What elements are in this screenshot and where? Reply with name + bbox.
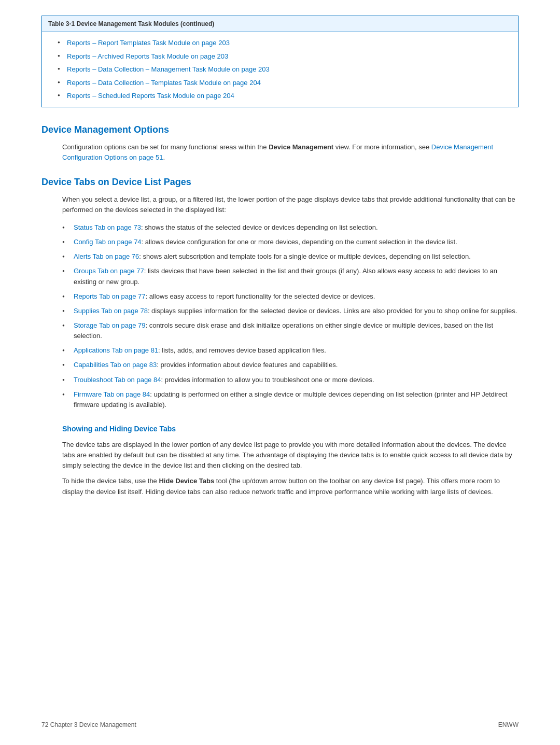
table-list-item: Reports – Data Collection – Management T… (58, 63, 512, 76)
para2-start: To hide the device tabs, use the (62, 477, 159, 485)
para-period: . (163, 153, 165, 161)
showing-hiding-title: Showing and Hiding Device Tabs (62, 424, 519, 434)
table-list: Reports – Report Templates Task Module o… (58, 36, 512, 103)
device-tabs-list: Status Tab on page 73: shows the status … (62, 220, 519, 412)
list-item-text: : allows easy access to report functiona… (146, 292, 375, 300)
list-item: Alerts Tab on page 76: shows alert subsc… (62, 249, 519, 264)
para-text-end: view. For more information, see (333, 143, 431, 151)
table-list-link[interactable]: Reports – Data Collection – Management T… (67, 65, 270, 73)
list-item-link[interactable]: Capabilities Tab on page 83 (74, 361, 157, 369)
list-item-text: : provides information about device feat… (157, 361, 338, 369)
table-body: Reports – Report Templates Task Module o… (42, 32, 518, 107)
page-footer: 72 Chapter 3 Device Management ENWW (0, 720, 560, 729)
table-title: Table 3-1 Device Management Task Modules… (48, 20, 214, 27)
device-management-bold: Device Management (269, 143, 333, 151)
list-item: Troubleshoot Tab on page 84: provides in… (62, 373, 519, 387)
device-management-options-para: Configuration options can be set for man… (62, 142, 519, 163)
para-text-start: Configuration options can be set for man… (62, 143, 269, 151)
footer-left: 72 Chapter 3 Device Management (41, 720, 136, 729)
list-item-link[interactable]: Config Tab on page 74 (74, 238, 142, 246)
list-item-link[interactable]: Applications Tab on page 81 (74, 346, 158, 354)
table-header: Table 3-1 Device Management Task Modules… (42, 16, 518, 32)
table-section: Table 3-1 Device Management Task Modules… (41, 16, 519, 107)
para2-bold: Hide Device Tabs (159, 477, 214, 485)
device-management-options-content: Configuration options can be set for man… (41, 142, 519, 163)
list-item-link[interactable]: Supplies Tab on page 78 (74, 307, 148, 315)
list-item: Config Tab on page 74: allows device con… (62, 235, 519, 249)
list-item: Status Tab on page 73: shows the status … (62, 220, 519, 235)
list-item-link[interactable]: Storage Tab on page 79 (74, 321, 146, 329)
list-item-link[interactable]: Groups Tab on page 77 (74, 267, 144, 275)
table-list-link[interactable]: Reports – Archived Reports Task Module o… (67, 52, 228, 60)
list-item: Supplies Tab on page 78: displays suppli… (62, 304, 519, 318)
showing-hiding-para1: The device tabs are displayed in the low… (62, 440, 519, 471)
list-item-text: : shows the status of the selected devic… (141, 223, 378, 231)
list-item-link[interactable]: Troubleshoot Tab on page 84 (74, 376, 161, 384)
footer-right: ENWW (498, 720, 519, 729)
list-item-text: : allows device configuration for one or… (142, 238, 457, 246)
list-item: Reports Tab on page 77: allows easy acce… (62, 289, 519, 304)
list-item: Capabilities Tab on page 83: provides in… (62, 358, 519, 372)
list-item-link[interactable]: Status Tab on page 73 (74, 223, 141, 231)
table-list-item: Reports – Archived Reports Task Module o… (58, 50, 512, 63)
device-management-options-section: Device Management Options Configuration … (41, 123, 519, 163)
list-item-text: : displays supplies information for the … (148, 307, 517, 315)
list-item: Applications Tab on page 81: lists, adds… (62, 343, 519, 358)
device-tabs-content: When you select a device list, a group, … (41, 194, 519, 412)
table-list-item: Reports – Data Collection – Templates Ta… (58, 76, 512, 90)
table-list-item: Reports – Report Templates Task Module o… (58, 36, 512, 50)
list-item: Storage Tab on page 79: controls secure … (62, 318, 519, 343)
list-item: Groups Tab on page 77: lists devices tha… (62, 264, 519, 289)
device-tabs-section: Device Tabs on Device List Pages When yo… (41, 175, 519, 497)
table-list-link[interactable]: Reports – Scheduled Reports Task Module … (67, 92, 234, 100)
showing-hiding-section: Showing and Hiding Device Tabs The devic… (41, 424, 519, 497)
device-management-options-title: Device Management Options (41, 123, 519, 137)
showing-hiding-para2: To hide the device tabs, use the Hide De… (62, 476, 519, 497)
list-item-text: : lists, adds, and removes device based … (158, 346, 326, 354)
list-item-text: : shows alert subscription and template … (139, 252, 471, 260)
list-item-link[interactable]: Reports Tab on page 77 (74, 292, 146, 300)
device-tabs-intro: When you select a device list, a group, … (62, 194, 519, 215)
device-tabs-title: Device Tabs on Device List Pages (41, 175, 519, 189)
list-item-text: : provides information to allow you to t… (161, 376, 374, 384)
table-list-link[interactable]: Reports – Report Templates Task Module o… (67, 39, 230, 47)
table-list-link[interactable]: Reports – Data Collection – Templates Ta… (67, 79, 261, 87)
list-item-link[interactable]: Alerts Tab on page 76 (74, 252, 139, 260)
list-item-link[interactable]: Firmware Tab on page 84 (74, 390, 150, 398)
table-list-item: Reports – Scheduled Reports Task Module … (58, 89, 512, 103)
list-item: Firmware Tab on page 84: updating is per… (62, 387, 519, 412)
